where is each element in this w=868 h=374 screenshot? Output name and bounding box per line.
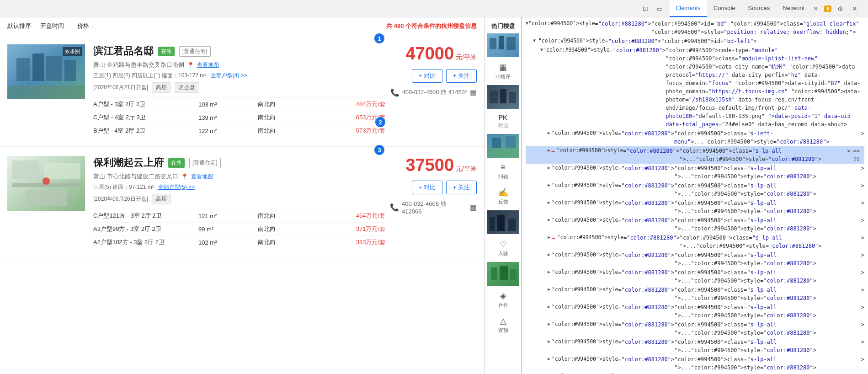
tree-line-4[interactable]: ▶→"color:#994500">style="color:#881280">…: [526, 146, 864, 164]
tree-content-4: "color:#994500">style: [557, 147, 623, 155]
tree-content-7: "color:#994500">style: [552, 199, 618, 207]
sidebar-thumb-2[interactable]: [487, 134, 519, 158]
svg-rect-10: [26, 190, 67, 206]
tree-toggle-8[interactable]: ▶: [548, 216, 552, 223]
annotation-circle-2: 2: [375, 117, 385, 127]
property-thumb-1[interactable]: [7, 156, 85, 211]
property-info-1: 保利潮起云上府 在售 [普通住宅] 萧山 市心北路与建设二路交叉口 📍 查看地图…: [93, 156, 385, 249]
phone-icon-1: 📞: [390, 203, 399, 212]
property-name-0[interactable]: 滨江君品名邸: [93, 44, 154, 58]
sidebar-thumb-3[interactable]: [487, 210, 519, 234]
tree-toggle-13[interactable]: ▶: [548, 303, 552, 310]
map-link-1[interactable]: 查看地图: [191, 173, 213, 181]
sidebar-thumb-0[interactable]: [487, 33, 519, 57]
tree-line-1[interactable]: ▼"color:#994500">style="color:#881280"> …: [526, 37, 864, 46]
tree-toggle-11[interactable]: ▶: [548, 268, 552, 275]
warning-badge: 6: [824, 5, 831, 12]
svg-rect-8: [44, 163, 80, 179]
sidebar-correction[interactable]: ≡ 纠错: [498, 161, 508, 182]
tab-console[interactable]: Console: [707, 0, 742, 17]
settings-button[interactable]: ⚙: [834, 3, 846, 15]
tag-brand-0[interactable]: 名企盘: [175, 82, 199, 93]
close-devtools-button[interactable]: ✕: [849, 3, 861, 15]
tab-network[interactable]: Network: [776, 0, 811, 17]
tree-line-5[interactable]: ▶"color:#994500">style="color:#881280"> …: [526, 164, 864, 181]
tree-line-12[interactable]: ▶"color:#994500">style="color:#881280"> …: [526, 285, 864, 303]
tree-line-14[interactable]: ▶"color:#994500">style="color:#881280"> …: [526, 320, 864, 337]
tree-toggle-14[interactable]: ▶: [548, 321, 552, 327]
sort-price[interactable]: 价格 ↓: [77, 22, 93, 30]
tree-line-17[interactable]: ▶"color:#994500">style="color:#881280"> …: [526, 372, 864, 374]
property-date-row-0: [2020年06月21日开盘] 高层 名企盘: [93, 82, 385, 93]
tag-high-0[interactable]: 高层: [152, 82, 171, 93]
tree-line-16[interactable]: ▶"color:#994500">style="color:#881280"> …: [526, 355, 864, 372]
tree-toggle-12[interactable]: ▶: [548, 286, 552, 293]
devtools-tabs: Elements Console Sources Network » 6 ⚙ ✕: [670, 0, 864, 17]
type-tag-1: [普通住宅]: [189, 158, 221, 168]
property-thumb-0[interactable]: 效果图: [7, 44, 85, 99]
qr-icon-0[interactable]: ▦: [470, 88, 477, 97]
tree-line-3[interactable]: ▶"color:#994500">style="color:#881280"> …: [526, 129, 864, 146]
tree-toggle-9[interactable]: ▶: [548, 234, 552, 240]
sidebar-miniapp[interactable]: ▦ 小程序: [495, 60, 511, 82]
tree-line-6[interactable]: ▶"color:#994500">style="color:#881280"> …: [526, 181, 864, 198]
top-icon: △: [500, 316, 506, 326]
tree-line-11[interactable]: ▶"color:#994500">style="color:#881280"> …: [526, 268, 864, 285]
svg-rect-15: [506, 37, 516, 50]
tree-line-10[interactable]: ▶"color:#994500">style="color:#881280"> …: [526, 251, 864, 268]
follow-btn-0[interactable]: + 关注: [446, 69, 477, 83]
tree-content-8: "color:#994500">style: [552, 216, 618, 224]
device-toolbar-button[interactable]: ▭: [654, 3, 666, 15]
svg-rect-3: [46, 56, 62, 81]
sidebar-cooperate[interactable]: ◈ 合作: [498, 289, 508, 310]
sidebar-pk[interactable]: PK 对比: [498, 112, 508, 131]
property-name-1[interactable]: 保利潮起云上府: [93, 156, 164, 170]
tree-line-7[interactable]: ▶"color:#994500">style="color:#881280"> …: [526, 198, 864, 216]
floor-row-1-0: C户型121方 - 3室 2厅 2卫 121 m² 南北向 454万元/套: [93, 209, 385, 222]
price-unit-0: 元/平米: [456, 53, 477, 62]
tab-elements[interactable]: Elements: [670, 0, 707, 17]
all-types-link-1[interactable]: 全部户型(5) >>: [158, 184, 195, 190]
sidebar-join[interactable]: ♡ 入驻: [498, 237, 508, 259]
tree-line-15[interactable]: ▶"color:#994500">style="color:#881280"> …: [526, 337, 864, 355]
tree-line-9[interactable]: ▶→"color:#994500">style="color:#881280">…: [526, 233, 864, 251]
svg-rect-25: [490, 217, 495, 231]
tree-toggle-16[interactable]: ▶: [548, 355, 552, 362]
tree-line-8[interactable]: ▶"color:#994500">style="color:#881280"> …: [526, 216, 864, 233]
tag-high-1[interactable]: 高层: [152, 194, 171, 204]
qr-icon-1[interactable]: ▦: [470, 203, 477, 212]
phone-number-0[interactable]: 400-032-4608 转 41453*: [402, 88, 467, 96]
sidebar-thumb-4[interactable]: [487, 262, 519, 286]
tree-toggle-4[interactable]: ▶: [548, 147, 551, 154]
action-btns-0: + 对比 + 关注: [412, 69, 477, 83]
tree-toggle-6[interactable]: ▶: [548, 182, 552, 188]
sort-default[interactable]: 默认排序: [7, 22, 31, 30]
html-tree[interactable]: ▼"color:#994500">style="color:#881280"> …: [522, 17, 868, 374]
tree-toggle-15[interactable]: ▶: [548, 338, 552, 345]
tree-line-13[interactable]: ▶"color:#994500">style="color:#881280"> …: [526, 303, 864, 320]
price-col-1: 37500 元/平米 + 对比 + 关注 📞 400-032-4608 转 41…: [385, 156, 477, 249]
tree-toggle-1[interactable]: ▼: [533, 37, 538, 44]
map-link-0[interactable]: 查看地图: [197, 61, 219, 69]
tree-toggle-10[interactable]: ▶: [548, 251, 552, 258]
tree-line-0[interactable]: ▼"color:#994500">style="color:#881280"> …: [526, 19, 864, 37]
sidebar-top[interactable]: △ 置顶: [498, 314, 508, 336]
phone-number-1[interactable]: 400-032-4608 转 412066: [402, 200, 467, 215]
tree-line-2[interactable]: ▼"color:#994500">style="color:#881280"> …: [526, 46, 864, 129]
inspect-element-button[interactable]: ⊡: [639, 3, 651, 15]
status-tag-0: 在售: [158, 47, 175, 56]
all-types-link-0[interactable]: 全部户型(4) >>: [211, 72, 247, 79]
more-tabs-button[interactable]: »: [811, 0, 820, 17]
tree-toggle-5[interactable]: ▶: [548, 164, 552, 171]
property-addr-0: 萧山 金鸡路与盈丰路交叉路口南侧 📍 查看地图: [93, 61, 385, 69]
sidebar-thumb-1[interactable]: [487, 85, 519, 109]
tab-sources[interactable]: Sources: [742, 0, 777, 17]
sidebar-feedback[interactable]: ✍ 反馈: [498, 186, 508, 207]
tree-toggle-7[interactable]: ▶: [548, 199, 552, 206]
follow-btn-1[interactable]: + 关注: [446, 181, 477, 194]
compare-btn-0[interactable]: + 对比: [412, 69, 442, 83]
sort-opendate[interactable]: 开盘时间 ↓: [40, 22, 68, 30]
compare-btn-1[interactable]: + 对比: [412, 181, 442, 194]
svg-rect-22: [492, 138, 501, 148]
tree-toggle-3[interactable]: ▶: [548, 129, 552, 136]
